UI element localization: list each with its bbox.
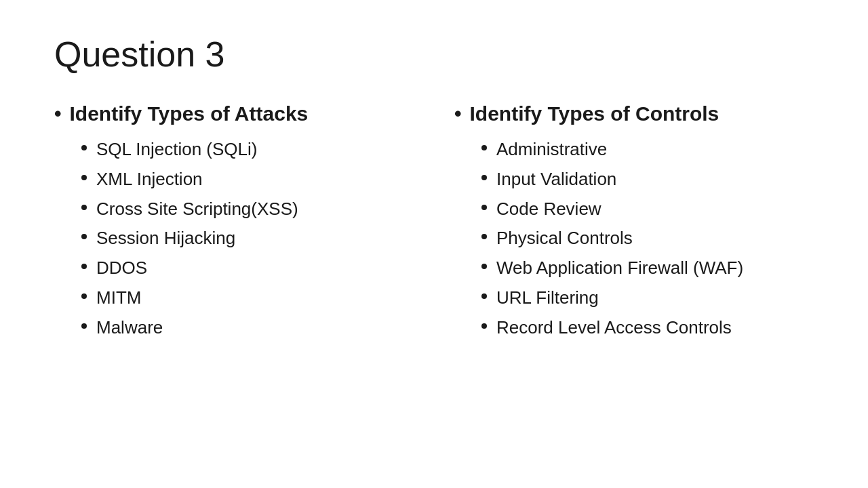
list-item: Administrative [481,138,814,161]
sub-bullet-text: Malware [96,317,163,340]
bullet-dot-icon [81,293,87,299]
bullet-dot-icon [81,175,87,180]
list-item: Web Application Firewall (WAF) [481,257,814,280]
right-column: • Identify Types of Controls Administrat… [454,102,814,454]
list-item: Record Level Access Controls [481,317,814,340]
left-main-bullet-text: Identify Types of Attacks [70,102,309,126]
bullet-dot-icon [81,205,87,210]
right-sub-bullets: Administrative Input Validation Code Rev… [454,138,814,340]
list-item: XML Injection [81,168,414,191]
bullet-dot-icon [81,145,87,150]
sub-bullet-text: Cross Site Scripting(XSS) [96,198,298,221]
sub-bullet-text: Record Level Access Controls [496,317,732,340]
sub-bullet-text: SQL Injection (SQLi) [96,138,257,161]
slide: Question 3 • Identify Types of Attacks S… [0,0,868,488]
bullet-dot-icon [481,145,487,150]
right-main-bullet: • Identify Types of Controls [454,102,814,126]
sub-bullet-text: Session Hijacking [96,227,235,250]
list-item: URL Filtering [481,287,814,310]
right-main-bullet-text: Identify Types of Controls [470,102,719,126]
list-item: MITM [81,287,414,310]
list-item: Input Validation [481,168,814,191]
bullet-dot-icon [81,323,87,329]
list-item: DDOS [81,257,414,280]
list-item: Physical Controls [481,227,814,250]
bullet-dot-icon [481,293,487,299]
bullet-dot-icon [481,323,487,329]
left-column: • Identify Types of Attacks SQL Injectio… [54,102,414,454]
slide-title: Question 3 [54,34,814,75]
sub-bullet-text: URL Filtering [496,287,599,310]
list-item: Malware [81,317,414,340]
sub-bullet-text: DDOS [96,257,147,280]
sub-bullet-text: Code Review [496,198,601,221]
list-item: Cross Site Scripting(XSS) [81,198,414,221]
right-main-bullet-dot: • [454,102,462,126]
bullet-dot-icon [81,234,87,239]
left-main-bullet-dot: • [54,102,62,126]
list-item: Session Hijacking [81,227,414,250]
bullet-dot-icon [481,234,487,239]
list-item: Code Review [481,198,814,221]
sub-bullet-text: Input Validation [496,168,616,191]
content-columns: • Identify Types of Attacks SQL Injectio… [54,102,814,454]
bullet-dot-icon [481,175,487,180]
left-main-bullet: • Identify Types of Attacks [54,102,414,126]
sub-bullet-text: XML Injection [96,168,203,191]
list-item: SQL Injection (SQLi) [81,138,414,161]
sub-bullet-text: MITM [96,287,141,310]
left-sub-bullets: SQL Injection (SQLi) XML Injection Cross… [54,138,414,340]
sub-bullet-text: Administrative [496,138,607,161]
bullet-dot-icon [481,205,487,210]
sub-bullet-text: Web Application Firewall (WAF) [496,257,743,280]
sub-bullet-text: Physical Controls [496,227,633,250]
bullet-dot-icon [81,264,87,269]
bullet-dot-icon [481,264,487,269]
